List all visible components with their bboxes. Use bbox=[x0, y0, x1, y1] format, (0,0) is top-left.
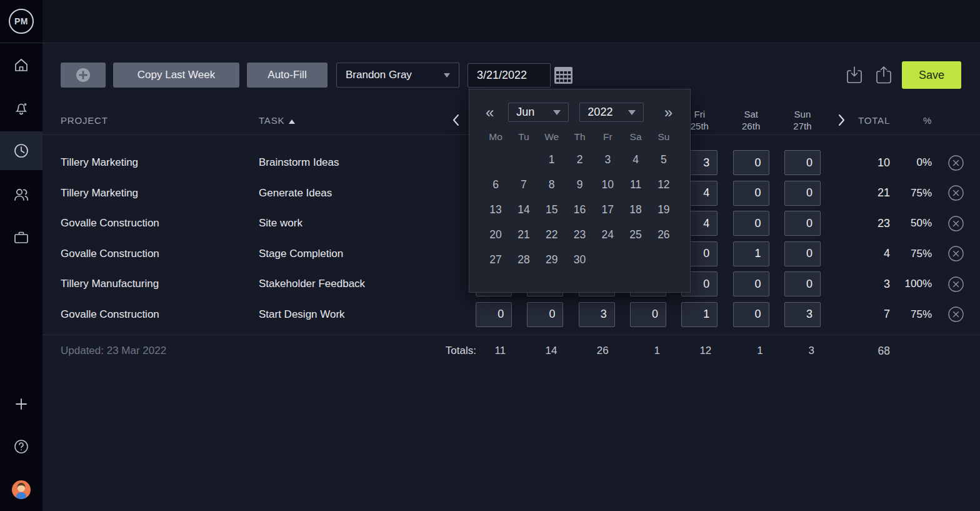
calendar-day[interactable]: 10 bbox=[594, 172, 622, 197]
calendar-day[interactable]: 6 bbox=[482, 172, 510, 197]
date-input[interactable] bbox=[468, 63, 551, 88]
calendar-day[interactable]: 5 bbox=[649, 147, 678, 172]
hours-input[interactable] bbox=[784, 241, 821, 266]
delete-row-button[interactable] bbox=[948, 306, 964, 323]
delete-row-button[interactable] bbox=[948, 185, 964, 202]
delete-row-button[interactable] bbox=[948, 154, 964, 171]
row-percent: 0% bbox=[890, 156, 932, 169]
add-entry-button[interactable] bbox=[61, 63, 106, 88]
delete-row-button[interactable] bbox=[948, 245, 964, 263]
row-percent: 100% bbox=[890, 278, 932, 290]
delete-row-button[interactable] bbox=[948, 275, 964, 293]
bell-icon bbox=[13, 99, 29, 116]
calendar-day[interactable]: 16 bbox=[566, 197, 594, 222]
hours-input[interactable] bbox=[784, 271, 821, 296]
month-select[interactable]: Jun bbox=[508, 103, 569, 122]
project-cell: Govalle Construction bbox=[61, 308, 259, 321]
hours-input[interactable] bbox=[733, 302, 769, 327]
calendar-day[interactable]: 19 bbox=[649, 197, 678, 222]
remove-row-icon bbox=[948, 154, 964, 171]
project-cell: Govalle Construction bbox=[61, 217, 259, 230]
sidebar-item-team[interactable] bbox=[0, 175, 42, 214]
calendar-day[interactable]: 3 bbox=[594, 147, 622, 172]
hours-input[interactable] bbox=[527, 302, 563, 327]
calendar-day[interactable]: 4 bbox=[622, 147, 650, 172]
project-cell: Tillery Marketing bbox=[61, 187, 259, 200]
prev-month-button[interactable]: « bbox=[486, 105, 494, 120]
calendar-day[interactable]: 30 bbox=[566, 247, 594, 272]
day-column-header: Sun27th bbox=[777, 108, 828, 133]
export-button[interactable] bbox=[874, 65, 893, 85]
hours-input[interactable] bbox=[476, 302, 512, 327]
sidebar-item-add[interactable] bbox=[0, 385, 42, 423]
sidebar-item-notifications[interactable] bbox=[0, 88, 42, 127]
calendar-day[interactable]: 23 bbox=[566, 222, 594, 247]
calendar-day[interactable]: 29 bbox=[538, 247, 566, 272]
hours-input[interactable] bbox=[784, 150, 821, 175]
calendar-day[interactable]: 21 bbox=[510, 222, 538, 247]
calendar-day[interactable]: 8 bbox=[538, 172, 566, 197]
calendar-day[interactable]: 11 bbox=[622, 172, 650, 197]
calendar-day[interactable]: 22 bbox=[538, 222, 566, 247]
week-prev-button[interactable] bbox=[443, 114, 468, 126]
day-total: 11 bbox=[476, 345, 512, 357]
hours-input[interactable] bbox=[733, 241, 769, 266]
calendar-day[interactable]: 18 bbox=[622, 197, 650, 222]
row-total: 10 bbox=[855, 156, 890, 169]
day-column-header: Sat26th bbox=[725, 108, 776, 133]
hours-input[interactable] bbox=[681, 302, 718, 327]
column-header-task[interactable]: TASK bbox=[259, 115, 443, 126]
calendar-day[interactable]: 12 bbox=[649, 172, 678, 197]
hours-input[interactable] bbox=[630, 302, 666, 327]
calendar-day[interactable]: 9 bbox=[566, 172, 594, 197]
calendar-day[interactable]: 2 bbox=[566, 147, 594, 172]
sidebar-item-portfolio[interactable] bbox=[0, 218, 42, 257]
download-button[interactable] bbox=[845, 65, 864, 85]
hours-input[interactable] bbox=[733, 271, 769, 296]
hours-input[interactable] bbox=[784, 302, 821, 327]
hours-input[interactable] bbox=[733, 181, 769, 206]
calendar-day[interactable]: 25 bbox=[622, 222, 650, 247]
calendar-day[interactable]: 24 bbox=[594, 222, 622, 247]
calendar-day[interactable]: 27 bbox=[482, 247, 510, 272]
sidebar-item-timesheets[interactable] bbox=[0, 131, 42, 170]
user-select[interactable]: Brandon Gray bbox=[336, 63, 459, 88]
delete-row-button[interactable] bbox=[948, 215, 964, 232]
calendar-day bbox=[622, 247, 650, 272]
calendar-day[interactable]: 28 bbox=[510, 247, 538, 272]
task-cell: Start Design Work bbox=[259, 308, 443, 321]
column-header-total: TOTAL bbox=[855, 115, 890, 126]
day-total: 12 bbox=[681, 345, 718, 357]
calendar-toggle-button[interactable] bbox=[554, 66, 573, 84]
day-total: 1 bbox=[630, 345, 666, 357]
day-total: 14 bbox=[527, 345, 563, 357]
next-month-button[interactable]: » bbox=[664, 105, 672, 120]
briefcase-icon bbox=[13, 230, 29, 245]
copy-last-week-button[interactable]: Copy Last Week bbox=[113, 63, 239, 88]
hours-input[interactable] bbox=[784, 181, 821, 206]
calendar-day[interactable]: 14 bbox=[510, 197, 538, 222]
table-row: Govalle ConstructionStart Design Work775… bbox=[42, 300, 980, 330]
calendar-day[interactable]: 15 bbox=[538, 197, 566, 222]
sort-ascending-icon bbox=[289, 119, 295, 124]
sidebar-item-help[interactable] bbox=[0, 427, 42, 466]
sidebar-item-home[interactable] bbox=[0, 46, 42, 84]
top-strip bbox=[42, 0, 980, 43]
calendar-week: 13141516171819 bbox=[469, 197, 690, 222]
calendar-day[interactable]: 20 bbox=[482, 222, 510, 247]
hours-input[interactable] bbox=[784, 211, 821, 236]
hours-input[interactable] bbox=[733, 211, 769, 236]
calendar-day[interactable]: 26 bbox=[649, 222, 678, 247]
save-button[interactable]: Save bbox=[902, 61, 961, 89]
calendar-day[interactable]: 7 bbox=[510, 172, 538, 197]
auto-fill-button[interactable]: Auto-Fill bbox=[247, 63, 328, 88]
calendar-day[interactable]: 17 bbox=[594, 197, 622, 222]
calendar-day[interactable]: 13 bbox=[482, 197, 510, 222]
sidebar-item-profile[interactable] bbox=[0, 470, 42, 509]
week-next-button[interactable] bbox=[828, 114, 855, 126]
hours-input[interactable] bbox=[579, 302, 615, 327]
task-cell: Site work bbox=[259, 217, 443, 230]
calendar-day[interactable]: 1 bbox=[538, 147, 566, 172]
year-select[interactable]: 2022 bbox=[579, 103, 644, 122]
hours-input[interactable] bbox=[733, 150, 769, 175]
